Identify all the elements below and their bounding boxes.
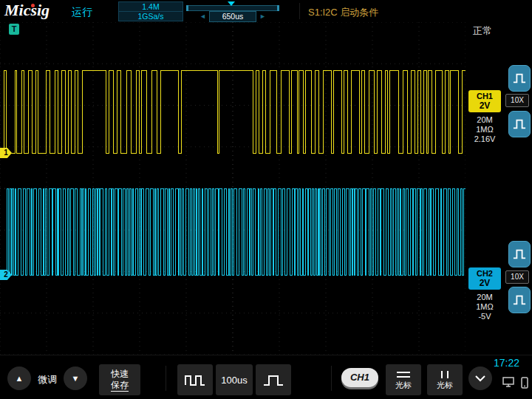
acquire-mode: 正常 xyxy=(473,24,492,38)
ch1-badge-label: CH1 xyxy=(468,92,501,100)
ch2-position-value: -5V xyxy=(466,312,504,321)
horizontal-cursor-button[interactable]: 光标 xyxy=(386,364,421,395)
ch1-bandwidth: 20M xyxy=(466,115,504,124)
ch1-pulse-button-top[interactable] xyxy=(508,65,531,92)
memory-depth: 1.4M xyxy=(119,2,183,12)
vertical-lines-icon xyxy=(437,370,452,379)
clock: 17:22 xyxy=(494,357,519,369)
vertical-cursor-label: 光标 xyxy=(437,381,453,390)
acquisition-info-box: 1.4M 1GSa/s xyxy=(118,1,183,21)
quick-save-button[interactable]: 快速 保存 xyxy=(99,364,140,395)
waveform-area[interactable]: T 1 2 xyxy=(0,22,466,355)
horizontal-cursor-label: 光标 xyxy=(395,381,412,390)
oscilloscope-screen: Micsig 运行 1.4M 1GSa/s ◄ 650us ► S1:I2C 启… xyxy=(0,0,532,399)
brand-logo: Micsig xyxy=(4,1,50,20)
quick-save-line1: 快速 xyxy=(111,369,129,380)
collapse-menu-button[interactable] xyxy=(468,366,492,390)
pulse-icon xyxy=(511,72,528,85)
ch2-bandwidth: 20M xyxy=(466,293,504,301)
ch2-pulse-button-top[interactable] xyxy=(508,241,531,267)
toolbar-separator xyxy=(331,366,332,391)
timebase-increase-button[interactable] xyxy=(256,364,291,395)
trigger-status-text[interactable]: S1:I2C 启动条件 xyxy=(308,6,378,19)
toolbar-separator xyxy=(166,366,166,391)
channel-side-panel: 正常 CH1 2V 10X 20M 1MΩ 2.16V CH2 2V xyxy=(466,22,532,355)
ch1-impedance: 1MΩ xyxy=(466,125,504,134)
quick-save-line2: 保存 xyxy=(111,380,129,392)
timebase-scrollbar[interactable]: ◄ 650us ► xyxy=(186,1,279,21)
sample-rate: 1GSa/s xyxy=(119,12,183,21)
vertical-cursor-button[interactable]: 光标 xyxy=(427,364,463,395)
single-pulse-icon xyxy=(262,372,284,387)
fine-adjust-label[interactable]: 微调 xyxy=(31,373,64,386)
scroll-down-button[interactable]: ▼ xyxy=(64,366,87,390)
ch1-position-value: 2.16V xyxy=(466,134,504,143)
trigger-flag[interactable]: T xyxy=(9,24,19,35)
pulse-icon xyxy=(511,293,528,307)
window-timebase-value[interactable]: 650us xyxy=(209,11,256,22)
up-arrow-icon: ▲ xyxy=(16,374,24,383)
ch1-badge-scale: 2V xyxy=(468,100,501,111)
pulse-icon xyxy=(511,248,528,261)
ch1-badge[interactable]: CH1 2V xyxy=(468,90,501,112)
bottom-toolbar: ▲ 微调 ▼ 快速 保存 100us CH1 xyxy=(0,355,532,399)
ch1-pulse-button-bottom[interactable] xyxy=(508,111,531,137)
topbar-separator xyxy=(299,3,300,19)
ch1-probe-badge: 10X xyxy=(505,94,529,107)
ch2-badge-label: CH2 xyxy=(468,269,501,278)
ch2-badge[interactable]: CH2 2V xyxy=(468,267,501,290)
phone-icon xyxy=(521,377,528,389)
horizontal-lines-icon xyxy=(396,370,411,379)
trigger-position-marker-icon[interactable] xyxy=(228,1,235,6)
active-channel-button[interactable]: CH1 xyxy=(341,368,378,387)
brand-logo-text: Micsig xyxy=(4,1,50,19)
chevron-down-icon xyxy=(475,375,485,382)
ch2-impedance: 1MΩ xyxy=(466,302,504,311)
pulse-icon xyxy=(511,117,528,131)
waveform-canvas[interactable] xyxy=(0,22,466,355)
ch2-pulse-button-bottom[interactable] xyxy=(508,287,531,313)
ch2-probe-badge: 10X xyxy=(505,270,529,284)
timebase-value-button[interactable]: 100us xyxy=(216,364,253,395)
timebase-decrease-button[interactable] xyxy=(177,364,213,395)
run-status[interactable]: 运行 xyxy=(72,6,92,19)
timebase-right-chevron-icon[interactable]: ► xyxy=(259,12,266,21)
timebase-track[interactable] xyxy=(186,5,279,11)
ch2-badge-scale: 2V xyxy=(468,278,501,288)
timebase-value-label: 100us xyxy=(221,375,247,386)
logo-red-dot xyxy=(31,4,35,7)
display-icon xyxy=(502,377,516,389)
double-pulse-icon xyxy=(184,372,206,387)
timebase-left-chevron-icon[interactable]: ◄ xyxy=(200,12,206,21)
scroll-up-button[interactable]: ▲ xyxy=(7,366,31,390)
top-status-bar: Micsig 运行 1.4M 1GSa/s ◄ 650us ► S1:I2C 启… xyxy=(0,0,532,22)
down-arrow-icon: ▼ xyxy=(72,374,80,383)
